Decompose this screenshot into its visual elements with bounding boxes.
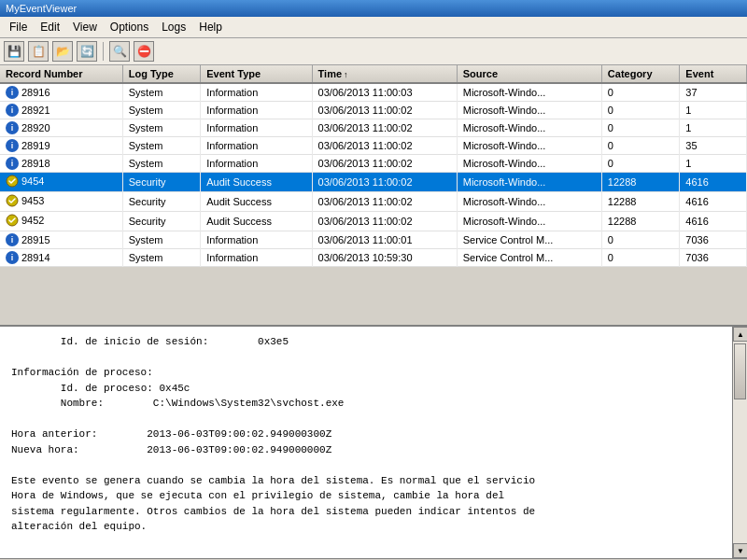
cell-time: 03/06/2013 11:00:02 [312, 119, 457, 137]
table-row[interactable]: i28919SystemInformation03/06/2013 11:00:… [0, 137, 747, 155]
table-row[interactable]: i28914SystemInformation03/06/2013 10:59:… [0, 249, 747, 267]
info-icon: i [6, 139, 19, 152]
cell-category: 0 [601, 231, 680, 249]
detail-scroll-up[interactable]: ▲ [733, 327, 747, 342]
cell-record: i28921 [0, 102, 122, 119]
table-row[interactable]: i28915SystemInformation03/06/2013 11:00:… [0, 231, 747, 249]
cell-eventtype: Information [201, 102, 312, 119]
cell-category: 0 [601, 119, 680, 137]
title-text: MyEventViewer [6, 3, 77, 14]
cell-category: 12288 [601, 192, 680, 212]
col-header-category[interactable]: Category [601, 65, 680, 83]
cell-record: i28915 [0, 231, 122, 249]
audit-icon [6, 194, 19, 207]
col-header-logtype[interactable]: Log Type [122, 65, 201, 83]
cell-source: Microsoft-Windo... [457, 173, 601, 192]
cell-event: 4616 [680, 212, 747, 231]
detail-scroll-down[interactable]: ▼ [733, 543, 747, 558]
menu-edit[interactable]: Edit [35, 19, 65, 35]
cell-source: Microsoft-Windo... [457, 212, 601, 231]
cell-logtype: System [122, 249, 201, 267]
info-icon: i [6, 157, 19, 170]
record-number: 28920 [21, 122, 50, 133]
title-bar: MyEventViewer [0, 0, 747, 17]
cell-event: 7036 [680, 249, 747, 267]
menu-file[interactable]: File [4, 19, 33, 35]
cell-time: 03/06/2013 11:00:02 [312, 155, 457, 173]
copy-button[interactable]: 📋 [28, 41, 49, 62]
col-header-event[interactable]: Event [680, 65, 747, 83]
cell-time: 03/06/2013 11:00:01 [312, 231, 457, 249]
record-number: 28919 [21, 140, 50, 151]
audit-icon [6, 214, 19, 227]
open-button[interactable]: 📂 [52, 41, 73, 62]
cell-event: 1 [680, 155, 747, 173]
info-icon: i [6, 104, 19, 117]
cell-logtype: System [122, 102, 201, 119]
menu-help[interactable]: Help [193, 19, 228, 35]
cell-record: 9454 [0, 173, 122, 192]
table-row[interactable]: i28921SystemInformation03/06/2013 11:00:… [0, 102, 747, 119]
col-header-source[interactable]: Source [457, 65, 601, 83]
col-header-eventtype[interactable]: Event Type [201, 65, 312, 83]
cell-record: i28914 [0, 249, 122, 267]
record-number: 28916 [21, 87, 50, 98]
cell-event: 4616 [680, 173, 747, 192]
cell-category: 0 [601, 249, 680, 267]
cell-logtype: Security [122, 192, 201, 212]
record-number: 9454 [21, 175, 44, 187]
cell-logtype: System [122, 231, 201, 249]
cell-logtype: System [122, 155, 201, 173]
cell-eventtype: Audit Success [201, 192, 312, 212]
detail-scroll-thumb[interactable] [734, 343, 746, 399]
table-row[interactable]: i28918SystemInformation03/06/2013 11:00:… [0, 155, 747, 173]
menu-options[interactable]: Options [105, 19, 154, 35]
toolbar-separator [103, 42, 104, 61]
cell-eventtype: Information [201, 155, 312, 173]
table-row[interactable]: i28916SystemInformation03/06/2013 11:00:… [0, 83, 747, 102]
record-number: 9452 [21, 215, 44, 226]
cell-time: 03/06/2013 11:00:03 [312, 83, 457, 102]
record-number: 28918 [21, 158, 50, 169]
detail-text: Id. de inicio de sesión: 0x3e5 Informaci… [0, 327, 732, 558]
cell-category: 0 [601, 137, 680, 155]
cell-eventtype: Information [201, 119, 312, 137]
cell-event: 35 [680, 137, 747, 155]
cell-event: 4616 [680, 192, 747, 212]
cell-category: 0 [601, 102, 680, 119]
detail-container: Id. de inicio de sesión: 0x3e5 Informaci… [0, 327, 747, 558]
cell-category: 12288 [601, 173, 680, 192]
cell-logtype: System [122, 119, 201, 137]
detail-scroll-track[interactable] [733, 342, 747, 543]
cell-record: 9453 [0, 192, 122, 212]
filter-button[interactable]: 🔍 [109, 41, 130, 62]
cell-record: 9452 [0, 212, 122, 231]
cell-eventtype: Audit Success [201, 212, 312, 231]
cell-logtype: Security [122, 212, 201, 231]
cell-event: 7036 [680, 231, 747, 249]
col-header-time[interactable]: Time↑ [312, 65, 457, 83]
cell-time: 03/06/2013 11:00:02 [312, 173, 457, 192]
cell-source: Service Control M... [457, 231, 601, 249]
menu-logs[interactable]: Logs [156, 19, 191, 35]
toolbar: 💾📋📂🔄🔍⛔ [0, 38, 747, 65]
cell-event: 1 [680, 119, 747, 137]
refresh-button[interactable]: 🔄 [77, 41, 97, 62]
record-number: 9453 [21, 195, 44, 206]
table-row[interactable]: 9452SecurityAudit Success03/06/2013 11:0… [0, 212, 747, 231]
cell-record: i28920 [0, 119, 122, 137]
col-header-record[interactable]: Record Number [0, 65, 122, 83]
table-row[interactable]: 9453SecurityAudit Success03/06/2013 11:0… [0, 192, 747, 212]
menu-bar: FileEditViewOptionsLogsHelp [0, 17, 747, 38]
cell-eventtype: Information [201, 83, 312, 102]
cell-record: i28916 [0, 83, 122, 102]
cell-event: 1 [680, 102, 747, 119]
save-button[interactable]: 💾 [4, 41, 24, 62]
table-row[interactable]: 9454SecurityAudit Success03/06/2013 11:0… [0, 173, 747, 192]
menu-view[interactable]: View [67, 19, 103, 35]
cell-logtype: System [122, 137, 201, 155]
cell-source: Microsoft-Windo... [457, 155, 601, 173]
stop-button[interactable]: ⛔ [134, 41, 154, 62]
cell-time: 03/06/2013 11:00:02 [312, 102, 457, 119]
table-row[interactable]: i28920SystemInformation03/06/2013 11:00:… [0, 119, 747, 137]
